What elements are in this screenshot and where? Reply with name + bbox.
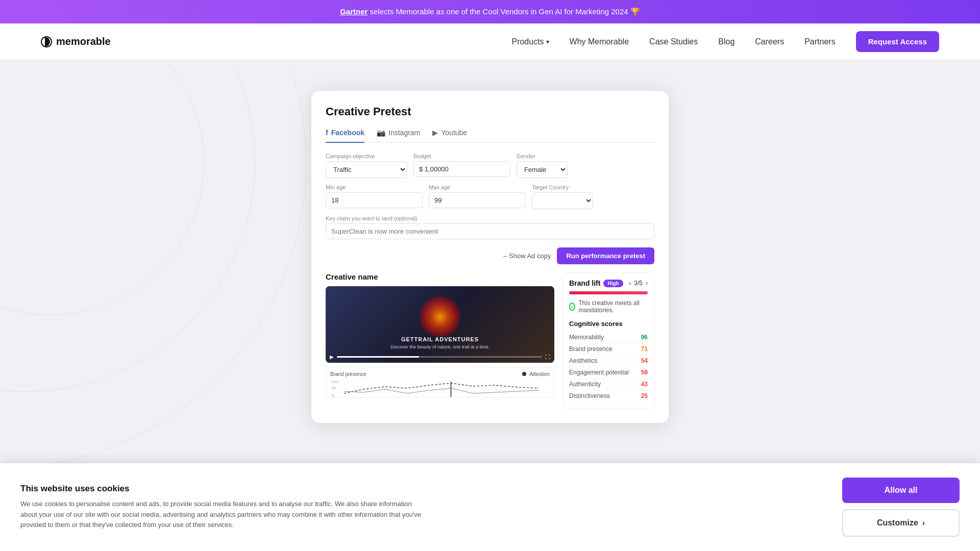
brand-lift-progress-bar: [569, 291, 648, 294]
score-label-aesthetics: Aesthetics: [569, 357, 597, 364]
high-badge: High: [603, 280, 623, 287]
brand-lift-header: Brand lift High ‹ 3/5 ›: [569, 279, 648, 287]
score-row-distinctiveness: Distinctiveness 25: [569, 390, 648, 402]
bg-circle-1: [0, 60, 204, 315]
cookie-buttons: Allow all Customize ›: [842, 478, 960, 537]
tab-facebook[interactable]: f Facebook: [326, 129, 364, 143]
customize-button[interactable]: Customize ›: [842, 509, 960, 537]
target-country-label: Target Country: [532, 184, 593, 190]
target-country-select[interactable]: [532, 192, 593, 209]
min-age-group: Min age: [326, 184, 423, 209]
tab-instagram[interactable]: 📷 Instagram: [377, 129, 420, 143]
cookie-title: This website uses cookies: [20, 484, 822, 494]
campaign-objective-label: Campaign objective: [326, 153, 407, 159]
campaign-objective-group: Campaign objective Traffic: [326, 153, 407, 178]
next-page-button[interactable]: ›: [646, 280, 648, 287]
key-claim-input[interactable]: [326, 223, 654, 239]
navbar: memorable Products ▾ Why Memorable Case …: [0, 23, 980, 60]
banner-text: selects Memorable as one of the Cool Ven…: [368, 7, 640, 16]
heat-map-overlay: [420, 296, 460, 337]
video-controls: ▶ ⛶: [330, 354, 550, 360]
expand-icon[interactable]: ⛶: [545, 354, 550, 360]
score-value-engagement: 59: [641, 369, 648, 376]
mandatories-check: ✓ This creative meets all mandatories.: [569, 299, 648, 314]
score-label-brand-presence: Brand presence: [569, 345, 612, 353]
creative-left-panel: Creative name GETTRAIL ADVENTURES Discov…: [326, 272, 554, 409]
campaign-form: Campaign objective Traffic Budget Gender…: [326, 153, 654, 239]
chevron-down-icon: ▾: [546, 38, 549, 45]
video-title-text: GETTRAIL ADVENTURES: [326, 336, 554, 342]
video-background: GETTRAIL ADVENTURES Discover the beauty …: [326, 286, 554, 363]
max-age-label: Max age: [429, 184, 526, 190]
budget-label: Budget: [413, 153, 510, 159]
nav-why-memorable[interactable]: Why Memorable: [570, 37, 629, 46]
nav-case-studies[interactable]: Case Studies: [649, 37, 698, 46]
attention-legend: Attention: [522, 371, 550, 377]
target-country-group: Target Country: [532, 184, 593, 209]
score-row-authenticity: Authenticity 43: [569, 379, 648, 390]
nav-blog[interactable]: Blog: [718, 37, 734, 46]
card-title: Creative Pretest: [326, 105, 654, 118]
max-age-group: Max age: [429, 184, 526, 209]
score-row-engagement: Engagement potential 59: [569, 367, 648, 379]
attention-dot: [522, 372, 526, 376]
min-age-label: Min age: [326, 184, 423, 190]
brand-presence-legend: Brand presence: [330, 371, 366, 377]
youtube-icon: ▶: [432, 129, 438, 137]
show-ad-copy-toggle[interactable]: – Show Ad copy: [503, 252, 551, 260]
logo-text: memorable: [56, 36, 111, 47]
score-value-distinctiveness: 25: [641, 392, 648, 399]
request-access-button[interactable]: Request Access: [856, 31, 939, 52]
top-banner: Gartner selects Memorable as one of the …: [0, 0, 980, 23]
bg-circle-3: [0, 60, 306, 468]
cookie-text-section: This website uses cookies We use cookies…: [20, 484, 822, 531]
platform-tabs: f Facebook 📷 Instagram ▶ Youtube: [326, 129, 654, 143]
max-age-input[interactable]: [429, 192, 526, 208]
score-row-memorability: Memorability 96: [569, 332, 648, 343]
facebook-icon: f: [326, 129, 328, 137]
video-preview[interactable]: GETTRAIL ADVENTURES Discover the beauty …: [326, 286, 554, 363]
brand-lift-panel: Brand lift High ‹ 3/5 › ✓ This creative …: [562, 272, 654, 409]
cookie-description: We use cookies to personalise content an…: [20, 499, 429, 531]
nav-products[interactable]: Products ▾: [511, 37, 549, 46]
creative-pretest-card: Creative Pretest f Facebook 📷 Instagram …: [311, 91, 669, 423]
cognitive-scores-title: Cognitive scores: [569, 320, 648, 328]
chart-legend: Brand presence Attention: [330, 371, 550, 377]
nav-careers[interactable]: Careers: [755, 37, 784, 46]
creative-name-label: Creative name: [326, 272, 554, 281]
creative-section: Creative name GETTRAIL ADVENTURES Discov…: [326, 272, 654, 409]
chevron-right-icon: ›: [922, 518, 925, 528]
video-progress-fill: [337, 356, 419, 358]
brand-lift-title: Brand lift High: [569, 279, 623, 287]
video-progress-bar[interactable]: [337, 356, 542, 358]
tab-youtube[interactable]: ▶ Youtube: [432, 129, 467, 143]
play-icon[interactable]: ▶: [330, 354, 334, 360]
metrics-chart: Brand presence Attention 100 50 0: [326, 367, 554, 397]
score-label-memorability: Memorability: [569, 334, 604, 341]
svg-text:100: 100: [331, 379, 339, 384]
campaign-objective-select[interactable]: Traffic: [326, 161, 407, 178]
svg-text:50: 50: [331, 385, 336, 390]
video-subtitle-text: Discover the beauty of nature, one trail…: [326, 344, 554, 349]
instagram-icon: 📷: [377, 129, 385, 137]
key-claim-label: Key claim you want to land (optional): [326, 215, 654, 221]
gartner-link[interactable]: Gartner: [340, 7, 368, 16]
nav-partners[interactable]: Partners: [804, 37, 835, 46]
budget-input[interactable]: [413, 161, 510, 177]
nav-links: Products ▾ Why Memorable Case Studies Bl…: [511, 31, 939, 52]
gender-label: Gender: [517, 153, 568, 159]
score-label-authenticity: Authenticity: [569, 381, 601, 388]
pagination-controls: ‹ 3/5 ›: [629, 280, 648, 287]
check-icon: ✓: [569, 303, 575, 311]
key-claim-group: Key claim you want to land (optional): [326, 215, 654, 239]
score-value-brand-presence: 71: [641, 345, 648, 353]
allow-all-button[interactable]: Allow all: [842, 478, 960, 503]
min-age-input[interactable]: [326, 192, 423, 208]
score-value-authenticity: 43: [641, 381, 648, 388]
score-label-distinctiveness: Distinctiveness: [569, 392, 610, 399]
run-pretest-button[interactable]: Run performance pretest: [557, 247, 654, 264]
prev-page-button[interactable]: ‹: [629, 280, 631, 287]
gender-select[interactable]: Female: [517, 161, 568, 178]
logo: memorable: [41, 36, 111, 47]
chart-svg: 100 50 0: [330, 379, 550, 397]
